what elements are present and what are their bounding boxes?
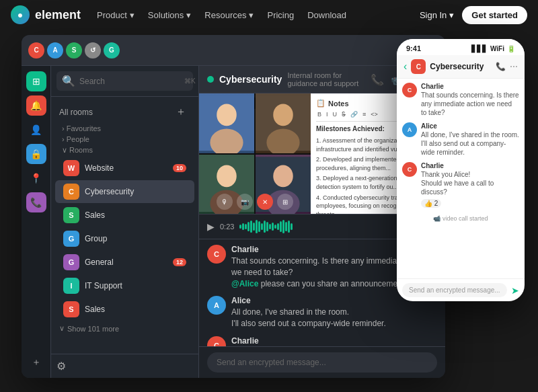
app-header-bar: C A S ↺ G: [22, 35, 445, 66]
logo-icon: ●: [11, 5, 30, 24]
room-group[interactable]: G Group: [55, 227, 194, 250]
phone-status-bar: 9:41 ▋▋▋ WiFi 🔋: [397, 39, 525, 55]
search-bar[interactable]: 🔍 ⌘K ↻: [56, 71, 193, 91]
add-room-button[interactable]: ＋: [171, 104, 190, 120]
lock-icon[interactable]: 🔒: [26, 144, 46, 164]
room-general[interactable]: G General 12: [55, 251, 194, 274]
phone-back-button[interactable]: ‹: [404, 61, 407, 73]
add-space-icon[interactable]: ＋: [26, 352, 46, 373]
avatar-3: S: [66, 42, 82, 58]
settings-icon[interactable]: ⚙: [56, 360, 66, 372]
phone-sender-alice: Alice: [421, 122, 519, 130]
message-mention: @Alice: [231, 279, 258, 288]
link-button[interactable]: 🔗: [349, 110, 359, 118]
room-avatar-sales: S: [63, 207, 79, 223]
bold-button[interactable]: B: [316, 110, 323, 118]
phone-video-started: 📹 video call started: [402, 214, 519, 223]
search-shortcut: ⌘K: [184, 77, 196, 85]
phone-reaction[interactable]: 👍 2: [421, 199, 441, 208]
svg-point-10: [273, 165, 293, 187]
sign-in-button[interactable]: Sign In ▾: [420, 10, 454, 20]
nav-product[interactable]: Product ▾: [97, 10, 134, 20]
phone-messages-area: C Charlie That sounds concerning. Is the…: [397, 79, 525, 278]
svg-point-7: [217, 165, 237, 187]
room-badge-website: 10: [173, 164, 186, 172]
favourites-section[interactable]: › Favourites: [51, 123, 198, 134]
phone-msg-body-charlie-2: Charlie Thank you Alice!Should we have a…: [421, 162, 519, 208]
sidebar-footer: ⚙: [51, 354, 198, 378]
room-sales[interactable]: S Sales: [55, 204, 194, 227]
nav-pricing[interactable]: Pricing: [267, 10, 294, 20]
strikethrough-button[interactable]: S̶: [340, 110, 347, 118]
svg-point-4: [273, 104, 293, 126]
phone-input-bar: Send an encrypted message... ➤: [397, 278, 525, 301]
room-list: All rooms ＋ › Favourites › People ∨ Room…: [51, 97, 198, 354]
audio-time: 0:23: [220, 223, 234, 231]
all-rooms-header[interactable]: All rooms ＋: [51, 101, 198, 123]
room-name-it-support: IT Support: [85, 281, 186, 290]
phone-header-icons: 📞 ⋯: [496, 62, 518, 71]
get-started-button[interactable]: Get started: [462, 6, 527, 24]
room-it-support[interactable]: I IT Support: [55, 274, 194, 297]
phone-room-avatar: C: [411, 59, 426, 74]
italic-button[interactable]: I: [325, 110, 330, 118]
mic-button[interactable]: 🎙: [217, 194, 233, 210]
underline-button[interactable]: U: [332, 110, 339, 118]
phone-avatar-charlie-1: C: [402, 83, 417, 97]
phone-message-charlie-1: C Charlie That sounds concerning. Is the…: [402, 83, 519, 117]
message-input[interactable]: Send an encrypted message...: [207, 352, 437, 373]
room-avatar-it-support: I: [63, 278, 79, 294]
room-sales-2[interactable]: S Sales: [55, 298, 194, 321]
phone-message-input[interactable]: Send an encrypted message...: [402, 283, 507, 297]
share-screen-button[interactable]: ⊞: [277, 194, 293, 210]
nav-solutions[interactable]: Solutions ▾: [148, 10, 191, 20]
search-input[interactable]: [79, 77, 180, 86]
nav-download[interactable]: Download: [307, 10, 346, 20]
message-avatar-charlie-2: C: [207, 336, 226, 346]
phone-more-icon[interactable]: ⋯: [510, 62, 518, 71]
video-cell-2: [256, 93, 311, 153]
phone-status-icons: ▋▋▋ WiFi 🔋: [471, 45, 515, 52]
phone-time: 9:41: [406, 44, 421, 52]
video-cell-1: [199, 93, 254, 153]
nav-resources[interactable]: Resources ▾: [204, 10, 254, 20]
logo[interactable]: ● element: [11, 5, 81, 24]
room-badge-general: 12: [173, 258, 186, 266]
home-icon[interactable]: ⊞: [26, 71, 46, 91]
svg-point-1: [217, 104, 237, 126]
map-icon[interactable]: 📍: [26, 168, 46, 188]
show-more-button[interactable]: ∨ Show 101 more: [51, 321, 198, 336]
phone-avatar-charlie-2: C: [402, 162, 417, 177]
end-call-button[interactable]: ✕: [257, 194, 273, 210]
message-avatar-alice: A: [207, 296, 226, 315]
call-icon[interactable]: 📞: [371, 73, 384, 86]
message-avatar-charlie: C: [207, 245, 226, 264]
code-button[interactable]: <>: [369, 110, 379, 118]
notifications-icon[interactable]: 🔔: [26, 95, 46, 116]
list-button[interactable]: ≡: [361, 110, 367, 118]
room-online-indicator: [207, 76, 214, 83]
phone-call-icon[interactable]: 📞: [496, 62, 506, 71]
people-section[interactable]: › People: [51, 134, 198, 145]
person-icon[interactable]: 👤: [26, 120, 46, 140]
nav-right: Sign In ▾ Get started: [420, 6, 527, 24]
room-name-general: General: [85, 258, 167, 267]
room-website[interactable]: W Website 10: [55, 157, 194, 180]
phone-sender-charlie-1: Charlie: [421, 83, 519, 90]
signal-icon: ▋▋▋: [471, 45, 488, 52]
video-section: 📹 Video call: [199, 93, 311, 214]
room-cybersecurity[interactable]: C Cybersecurity: [55, 180, 194, 203]
sidebar-search: 🔍 ⌘K ↻: [51, 66, 198, 97]
chat-room-description: Internal room for guidance and support: [287, 71, 365, 87]
phone-send-button[interactable]: ➤: [511, 285, 519, 296]
phone-message-charlie-2: C Charlie Thank you Alice!Should we have…: [402, 162, 519, 208]
phone-icon[interactable]: 📞: [26, 192, 46, 212]
phone-overlay: 9:41 ▋▋▋ WiFi 🔋 ‹ C Cybersecurity 📞 ⋯ C …: [397, 39, 525, 301]
camera-button[interactable]: 📷: [237, 194, 253, 210]
app-window: C A S ↺ G ⊞ 🔔 👤 🔒 📍 📞 ＋ 🔍 ⌘K: [22, 35, 445, 378]
play-button[interactable]: ▶: [207, 221, 215, 232]
phone-msg-body-alice: Alice All done, I've shared in the room.…: [421, 122, 519, 157]
sidebar: 🔍 ⌘K ↻ All rooms ＋ › Favourites › People…: [51, 66, 199, 378]
nav-items: Product ▾ Solutions ▾ Resources ▾ Pricin…: [97, 10, 404, 20]
message-text-alice-1: All done, I've shared in the room.I'll a…: [231, 307, 437, 329]
